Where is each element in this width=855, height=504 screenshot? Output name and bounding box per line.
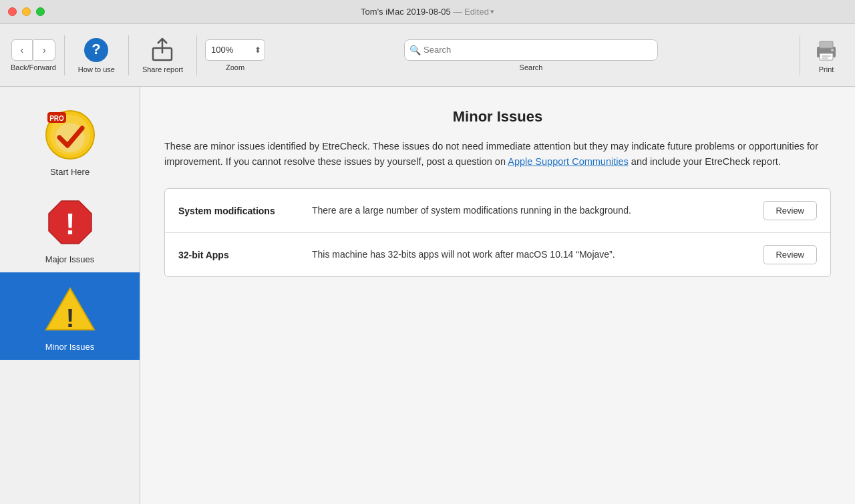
issue-desc-32bit: This machine has 32-bits apps will not w…: [312, 248, 749, 262]
back-forward-label: Back/Forward: [11, 63, 56, 71]
minimize-button[interactable]: [22, 7, 31, 16]
zoom-label: Zoom: [226, 63, 244, 71]
window-title: Tom's iMac 2019-08-05: [361, 7, 451, 17]
main-area: PRO Start Here ! Major Issues ! Minor Is…: [0, 87, 855, 504]
issue-desc-system-mods: There are a large number of system modif…: [312, 204, 749, 218]
maximize-button[interactable]: [36, 7, 45, 16]
zoom-select[interactable]: 50% 75% 100% 125% 150%: [205, 39, 265, 61]
svg-text:?: ?: [92, 41, 101, 57]
print-button[interactable]: Print: [808, 33, 844, 77]
minor-issues-icon: !: [43, 283, 97, 336]
separator-1: [64, 35, 65, 75]
content-area: Minor Issues These are minor issues iden…: [140, 87, 855, 504]
separator-3: [196, 35, 197, 75]
back-forward-group: ‹ › Back/Forward: [11, 39, 56, 71]
window-controls: [8, 7, 45, 16]
search-input[interactable]: [404, 39, 658, 61]
search-area: 🔍 Search: [284, 39, 778, 71]
sidebar: PRO Start Here ! Major Issues ! Minor Is…: [0, 87, 140, 504]
content-description: These are minor issues identified by Etr…: [164, 139, 831, 170]
sidebar-item-minor-issues-label: Minor Issues: [45, 342, 95, 352]
close-button[interactable]: [8, 7, 17, 16]
forward-arrow-icon: ›: [43, 45, 46, 55]
table-row: System modifications There are a large n…: [165, 189, 830, 233]
svg-text:!: !: [65, 304, 74, 332]
edited-label: — Edited: [451, 7, 489, 17]
how-to-use-button[interactable]: ? How to use: [73, 33, 120, 77]
back-button[interactable]: ‹: [11, 39, 33, 61]
svg-point-9: [831, 49, 834, 51]
sidebar-item-major-issues[interactable]: ! Major Issues: [0, 185, 140, 272]
major-issues-icon: !: [43, 196, 97, 249]
svg-rect-5: [820, 41, 833, 48]
share-report-icon: [150, 37, 175, 63]
back-arrow-icon: ‹: [21, 45, 24, 55]
search-icon: 🔍: [409, 45, 421, 55]
share-report-button[interactable]: Share report: [137, 33, 188, 77]
print-icon: [814, 37, 839, 63]
separator-2: [128, 35, 129, 75]
chevron-down-icon[interactable]: ▾: [490, 7, 494, 16]
how-to-use-icon: ?: [83, 37, 109, 63]
share-report-label: Share report: [142, 65, 183, 73]
apple-support-link[interactable]: Apple Support Communities: [508, 156, 629, 167]
how-to-use-label: How to use: [78, 65, 115, 73]
issue-name-32bit: 32-bit Apps: [178, 250, 299, 260]
title-bar: Tom's iMac 2019-08-05 — Edited ▾: [0, 0, 855, 24]
toolbar: ‹ › Back/Forward ? How to use: [0, 24, 855, 87]
sidebar-item-start-here-label: Start Here: [50, 167, 90, 177]
table-row: 32-bit Apps This machine has 32-bits app…: [165, 233, 830, 276]
separator-4: [800, 35, 800, 75]
sidebar-item-minor-issues[interactable]: ! Minor Issues: [0, 272, 140, 360]
svg-rect-7: [822, 55, 831, 57]
review-button-32bit[interactable]: Review: [763, 245, 817, 264]
issue-name-system-mods: System modifications: [178, 206, 299, 216]
zoom-control: 50% 75% 100% 125% 150% Zoom: [205, 39, 265, 71]
start-here-icon: PRO: [43, 108, 97, 162]
sidebar-item-major-issues-label: Major Issues: [45, 254, 95, 264]
review-button-system-mods[interactable]: Review: [763, 201, 817, 220]
svg-text:PRO: PRO: [49, 115, 64, 122]
print-label: Print: [819, 65, 834, 73]
issue-table: System modifications There are a large n…: [164, 188, 831, 277]
svg-rect-8: [822, 57, 828, 59]
forward-button[interactable]: ›: [34, 39, 55, 61]
page-title: Minor Issues: [164, 108, 831, 125]
svg-text:!: !: [65, 208, 75, 240]
search-label: Search: [520, 63, 543, 71]
sidebar-item-start-here[interactable]: PRO Start Here: [0, 97, 140, 185]
